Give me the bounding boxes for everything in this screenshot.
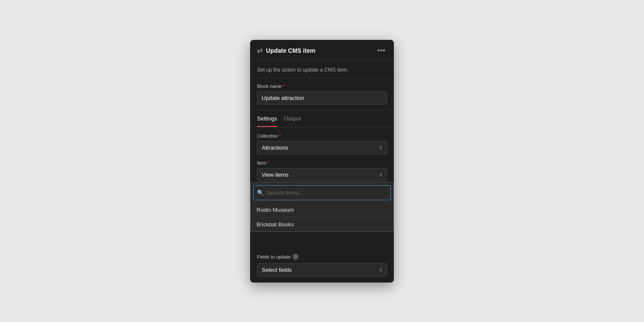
- required-indicator: *: [283, 84, 284, 89]
- settings-body: Collection * Attractions Item * View ite…: [250, 127, 394, 254]
- tab-settings[interactable]: Settings: [257, 115, 277, 127]
- tab-output[interactable]: Output: [284, 115, 301, 127]
- search-container: 🔍: [253, 185, 391, 200]
- item-section: Item * View items 🔍 Rodin Museum Brickb: [257, 160, 387, 181]
- select-fields-wrapper: Select fields: [257, 263, 387, 277]
- search-icon: 🔍: [257, 190, 264, 196]
- panel-title: Update CMS item: [266, 47, 315, 54]
- select-fields-select[interactable]: Select fields: [257, 263, 387, 277]
- item-label: Item *: [257, 160, 387, 166]
- block-name-input[interactable]: [257, 91, 387, 105]
- cms-icon: ⇄: [257, 46, 263, 54]
- header-left: ⇄ Update CMS item: [257, 46, 315, 54]
- item-select[interactable]: View items: [257, 168, 387, 181]
- item-select-wrapper: View items: [257, 168, 387, 181]
- cms-update-panel: ⇄ Update CMS item ••• Set up the action …: [250, 40, 394, 283]
- list-item[interactable]: Rodin Museum: [251, 203, 393, 217]
- collection-section: Collection * Attractions: [257, 133, 387, 154]
- more-options-button[interactable]: •••: [375, 46, 387, 55]
- help-icon[interactable]: ?: [293, 254, 299, 260]
- block-name-section: Block name *: [250, 78, 394, 110]
- tabs-bar: Settings Output: [250, 110, 394, 127]
- fields-to-update-section: Fields to update ? Select fields: [250, 254, 394, 283]
- list-item[interactable]: Brickbat Books: [251, 217, 393, 232]
- panel-header: ⇄ Update CMS item •••: [250, 40, 394, 60]
- collection-required-indicator: *: [279, 133, 281, 138]
- collection-label: Collection *: [257, 133, 387, 138]
- item-required-indicator: *: [267, 160, 269, 166]
- block-name-label: Block name *: [257, 84, 387, 89]
- collection-select[interactable]: Attractions: [257, 141, 387, 154]
- panel-description: Set up the action to update a CMS item.: [250, 60, 394, 78]
- item-dropdown-popup: 🔍 Rodin Museum Brickbat Books: [250, 182, 394, 232]
- collection-select-wrapper: Attractions: [257, 141, 387, 154]
- search-input[interactable]: [266, 188, 387, 197]
- item-dropdown-container: View items 🔍 Rodin Museum Brickbat Books: [257, 168, 387, 181]
- fields-label: Fields to update ?: [257, 254, 387, 260]
